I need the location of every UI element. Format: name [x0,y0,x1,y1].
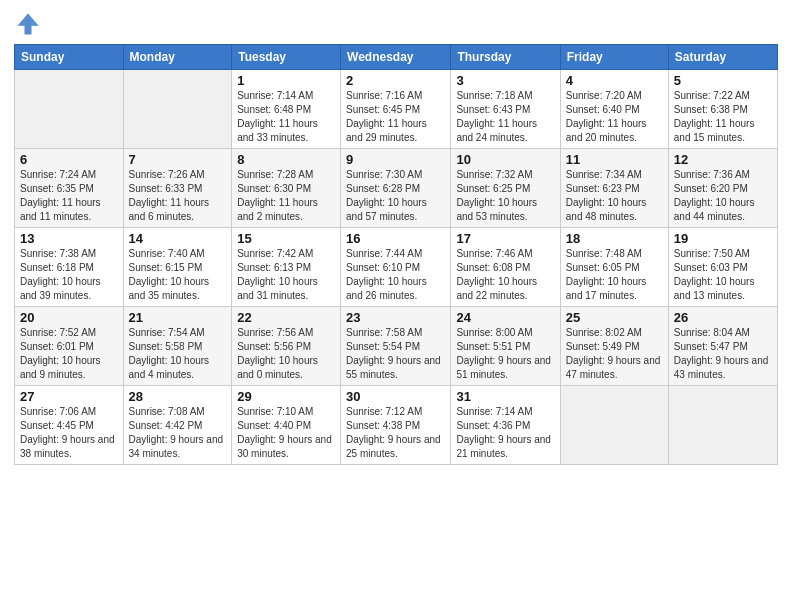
day-number: 12 [674,152,772,167]
calendar-cell: 28Sunrise: 7:08 AM Sunset: 4:42 PM Dayli… [123,386,232,465]
page: Sunday Monday Tuesday Wednesday Thursday… [0,0,792,612]
day-info: Sunrise: 7:14 AM Sunset: 4:36 PM Dayligh… [456,405,554,461]
day-info: Sunrise: 7:12 AM Sunset: 4:38 PM Dayligh… [346,405,445,461]
logo-icon [14,10,42,38]
day-number: 1 [237,73,335,88]
day-number: 25 [566,310,663,325]
day-info: Sunrise: 7:28 AM Sunset: 6:30 PM Dayligh… [237,168,335,224]
day-number: 21 [129,310,227,325]
calendar-cell: 10Sunrise: 7:32 AM Sunset: 6:25 PM Dayli… [451,149,560,228]
day-info: Sunrise: 7:22 AM Sunset: 6:38 PM Dayligh… [674,89,772,145]
calendar-week-3: 13Sunrise: 7:38 AM Sunset: 6:18 PM Dayli… [15,228,778,307]
calendar-cell: 1Sunrise: 7:14 AM Sunset: 6:48 PM Daylig… [232,70,341,149]
day-info: Sunrise: 7:06 AM Sunset: 4:45 PM Dayligh… [20,405,118,461]
day-number: 24 [456,310,554,325]
calendar-cell: 27Sunrise: 7:06 AM Sunset: 4:45 PM Dayli… [15,386,124,465]
day-number: 6 [20,152,118,167]
calendar-cell: 16Sunrise: 7:44 AM Sunset: 6:10 PM Dayli… [341,228,451,307]
calendar-week-4: 20Sunrise: 7:52 AM Sunset: 6:01 PM Dayli… [15,307,778,386]
calendar: Sunday Monday Tuesday Wednesday Thursday… [14,44,778,465]
weekday-row: Sunday Monday Tuesday Wednesday Thursday… [15,45,778,70]
day-number: 11 [566,152,663,167]
day-info: Sunrise: 7:36 AM Sunset: 6:20 PM Dayligh… [674,168,772,224]
calendar-cell: 6Sunrise: 7:24 AM Sunset: 6:35 PM Daylig… [15,149,124,228]
day-number: 29 [237,389,335,404]
day-number: 30 [346,389,445,404]
day-info: Sunrise: 7:48 AM Sunset: 6:05 PM Dayligh… [566,247,663,303]
day-number: 15 [237,231,335,246]
day-number: 27 [20,389,118,404]
day-number: 28 [129,389,227,404]
day-number: 26 [674,310,772,325]
calendar-cell: 7Sunrise: 7:26 AM Sunset: 6:33 PM Daylig… [123,149,232,228]
day-number: 18 [566,231,663,246]
day-info: Sunrise: 7:24 AM Sunset: 6:35 PM Dayligh… [20,168,118,224]
col-friday: Friday [560,45,668,70]
day-info: Sunrise: 7:56 AM Sunset: 5:56 PM Dayligh… [237,326,335,382]
logo [14,10,44,38]
day-info: Sunrise: 7:42 AM Sunset: 6:13 PM Dayligh… [237,247,335,303]
calendar-cell: 15Sunrise: 7:42 AM Sunset: 6:13 PM Dayli… [232,228,341,307]
day-info: Sunrise: 7:14 AM Sunset: 6:48 PM Dayligh… [237,89,335,145]
calendar-cell: 31Sunrise: 7:14 AM Sunset: 4:36 PM Dayli… [451,386,560,465]
day-number: 5 [674,73,772,88]
day-info: Sunrise: 8:04 AM Sunset: 5:47 PM Dayligh… [674,326,772,382]
col-wednesday: Wednesday [341,45,451,70]
day-info: Sunrise: 7:18 AM Sunset: 6:43 PM Dayligh… [456,89,554,145]
day-number: 4 [566,73,663,88]
calendar-cell: 18Sunrise: 7:48 AM Sunset: 6:05 PM Dayli… [560,228,668,307]
calendar-cell [15,70,124,149]
day-number: 22 [237,310,335,325]
day-info: Sunrise: 7:16 AM Sunset: 6:45 PM Dayligh… [346,89,445,145]
calendar-cell: 23Sunrise: 7:58 AM Sunset: 5:54 PM Dayli… [341,307,451,386]
col-monday: Monday [123,45,232,70]
day-info: Sunrise: 7:50 AM Sunset: 6:03 PM Dayligh… [674,247,772,303]
calendar-cell: 3Sunrise: 7:18 AM Sunset: 6:43 PM Daylig… [451,70,560,149]
day-info: Sunrise: 7:52 AM Sunset: 6:01 PM Dayligh… [20,326,118,382]
calendar-cell: 22Sunrise: 7:56 AM Sunset: 5:56 PM Dayli… [232,307,341,386]
day-number: 31 [456,389,554,404]
calendar-cell: 24Sunrise: 8:00 AM Sunset: 5:51 PM Dayli… [451,307,560,386]
calendar-cell: 9Sunrise: 7:30 AM Sunset: 6:28 PM Daylig… [341,149,451,228]
calendar-cell: 29Sunrise: 7:10 AM Sunset: 4:40 PM Dayli… [232,386,341,465]
calendar-cell: 5Sunrise: 7:22 AM Sunset: 6:38 PM Daylig… [668,70,777,149]
day-info: Sunrise: 7:32 AM Sunset: 6:25 PM Dayligh… [456,168,554,224]
calendar-cell: 14Sunrise: 7:40 AM Sunset: 6:15 PM Dayli… [123,228,232,307]
day-number: 3 [456,73,554,88]
day-number: 19 [674,231,772,246]
calendar-cell: 25Sunrise: 8:02 AM Sunset: 5:49 PM Dayli… [560,307,668,386]
calendar-cell: 4Sunrise: 7:20 AM Sunset: 6:40 PM Daylig… [560,70,668,149]
calendar-week-2: 6Sunrise: 7:24 AM Sunset: 6:35 PM Daylig… [15,149,778,228]
day-info: Sunrise: 7:46 AM Sunset: 6:08 PM Dayligh… [456,247,554,303]
day-number: 10 [456,152,554,167]
calendar-header: Sunday Monday Tuesday Wednesday Thursday… [15,45,778,70]
calendar-cell: 8Sunrise: 7:28 AM Sunset: 6:30 PM Daylig… [232,149,341,228]
calendar-cell [123,70,232,149]
calendar-cell [668,386,777,465]
header [14,10,778,38]
calendar-cell [560,386,668,465]
day-info: Sunrise: 8:00 AM Sunset: 5:51 PM Dayligh… [456,326,554,382]
day-info: Sunrise: 7:38 AM Sunset: 6:18 PM Dayligh… [20,247,118,303]
calendar-cell: 26Sunrise: 8:04 AM Sunset: 5:47 PM Dayli… [668,307,777,386]
calendar-cell: 13Sunrise: 7:38 AM Sunset: 6:18 PM Dayli… [15,228,124,307]
calendar-cell: 17Sunrise: 7:46 AM Sunset: 6:08 PM Dayli… [451,228,560,307]
day-number: 8 [237,152,335,167]
calendar-cell: 19Sunrise: 7:50 AM Sunset: 6:03 PM Dayli… [668,228,777,307]
calendar-week-1: 1Sunrise: 7:14 AM Sunset: 6:48 PM Daylig… [15,70,778,149]
calendar-cell: 30Sunrise: 7:12 AM Sunset: 4:38 PM Dayli… [341,386,451,465]
day-info: Sunrise: 7:20 AM Sunset: 6:40 PM Dayligh… [566,89,663,145]
day-info: Sunrise: 7:08 AM Sunset: 4:42 PM Dayligh… [129,405,227,461]
day-number: 20 [20,310,118,325]
day-info: Sunrise: 7:44 AM Sunset: 6:10 PM Dayligh… [346,247,445,303]
day-number: 14 [129,231,227,246]
col-saturday: Saturday [668,45,777,70]
day-number: 16 [346,231,445,246]
day-number: 13 [20,231,118,246]
day-info: Sunrise: 7:34 AM Sunset: 6:23 PM Dayligh… [566,168,663,224]
day-number: 9 [346,152,445,167]
day-info: Sunrise: 7:30 AM Sunset: 6:28 PM Dayligh… [346,168,445,224]
calendar-cell: 21Sunrise: 7:54 AM Sunset: 5:58 PM Dayli… [123,307,232,386]
calendar-body: 1Sunrise: 7:14 AM Sunset: 6:48 PM Daylig… [15,70,778,465]
day-number: 23 [346,310,445,325]
